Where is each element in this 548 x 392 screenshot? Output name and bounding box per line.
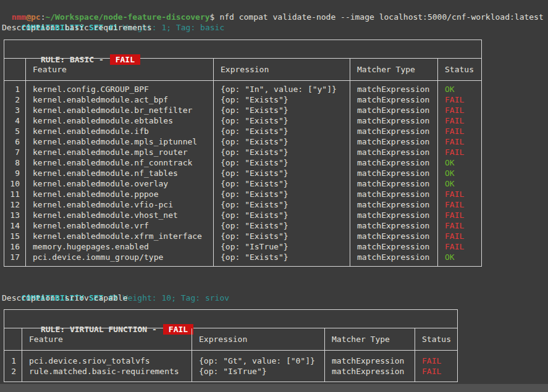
row-feature: kernel.enabledmodule.ebtables <box>25 115 213 126</box>
column-divider <box>415 328 415 350</box>
row-expression: {op: "Exists"} <box>213 147 350 157</box>
row-index: 13 <box>4 210 25 220</box>
row-status: FAIL <box>415 366 457 377</box>
rule-header-basic: RULE: BASIC -FAIL <box>4 40 481 59</box>
row-index: 14 <box>4 220 25 231</box>
rule-header-virtual-function: RULE: VIRTUAL FUNCTION -FAIL <box>4 310 457 328</box>
row-status: FAIL <box>437 136 481 147</box>
set-1-description: Description: basic requirements <box>0 22 548 33</box>
row-status: OK <box>437 157 481 168</box>
column-divider <box>22 328 22 350</box>
row-index: 5 <box>4 126 25 136</box>
row-expression: {op: "Exists"} <box>213 157 350 168</box>
row-expression: {op: "Exists"} <box>213 220 350 231</box>
row-index: 1 <box>4 84 25 94</box>
row-expression: {op: "Gt", value: ["0"]} <box>192 356 324 366</box>
row-status: FAIL <box>437 105 481 115</box>
row-matcher-type: matchExpression <box>350 220 437 231</box>
row-status: OK <box>437 178 481 189</box>
table-row: 5 kernel.enabledmodule.ifb {op: "Exists"… <box>4 126 481 136</box>
column-divider <box>350 59 350 80</box>
table-row: 3 kernel.enabledmodule.br_netfilter {op:… <box>4 105 481 115</box>
row-expression: {op: "In", value: ["y"]} <box>213 84 350 94</box>
table-row: 8 kernel.enabledmodule.nf_conntrack {op:… <box>4 157 481 168</box>
prompt-line: nmm@pc:~/Workspace/node-feature-discover… <box>0 1 548 12</box>
compat-set-2: COMPATIBILITY SET #2Weight: 10; Tag: sri… <box>0 282 548 382</box>
row-status: OK <box>437 84 481 94</box>
row-status: OK <box>437 252 481 262</box>
table-row: 11 kernel.enabledmodule.pppoe {op: "Exis… <box>4 189 481 199</box>
row-status: FAIL <box>437 220 481 231</box>
prompt-user: nmm <box>12 12 26 22</box>
row-matcher-type: matchExpression <box>324 366 415 377</box>
row-expression: {op: "Exists"} <box>213 252 350 262</box>
row-index: 2 <box>4 366 22 377</box>
row-feature: pci.device.sriov_totalvfs <box>22 356 192 366</box>
set-2-description: Description: sriov capable <box>0 293 548 303</box>
row-index: 6 <box>4 136 25 147</box>
row-feature: kernel.enabledmodule.act_bpf <box>25 94 213 105</box>
row-index: 12 <box>4 199 25 210</box>
row-feature: kernel.enabledmodule.mpls_iptunnel <box>25 136 213 147</box>
row-expression: {op: "Exists"} <box>213 168 350 178</box>
set-2-meta: Weight: 10; Tag: sriov <box>123 293 229 302</box>
table-row: 17 pci.device.iommu_group/type {op: "Exi… <box>4 252 481 262</box>
column-divider <box>192 351 192 382</box>
row-status: FAIL <box>415 356 457 366</box>
row-status: FAIL <box>437 231 481 241</box>
row-feature: pci.device.iommu_group/type <box>25 252 213 262</box>
column-divider <box>22 351 22 382</box>
row-status: FAIL <box>437 199 481 210</box>
row-expression: {op: "Exists"} <box>213 126 350 136</box>
row-matcher-type: matchExpression <box>324 356 415 366</box>
row-matcher-type: matchExpression <box>350 126 437 136</box>
table-row: 1 kernel.config.CGROUP_BPF {op: "In", va… <box>4 84 481 94</box>
column-header-row: Feature Expression Matcher Type Status <box>4 328 457 351</box>
column-header-feature: Feature <box>22 334 192 344</box>
column-header-index <box>4 64 25 75</box>
rule-table-virtual-function: RULE: VIRTUAL FUNCTION -FAIL Feature Exp… <box>4 309 458 382</box>
row-index: 8 <box>4 157 25 168</box>
row-expression: {op: "Exists"} <box>213 105 350 115</box>
column-header-status: Status <box>437 64 481 75</box>
row-feature: kernel.enabledmodule.vrf <box>25 220 213 231</box>
row-matcher-type: matchExpression <box>350 199 437 210</box>
row-matcher-type: matchExpression <box>350 84 437 94</box>
row-expression: {op: "Exists"} <box>213 231 350 241</box>
row-feature: memory.hugepages.enabled <box>25 241 213 252</box>
row-expression: {op: "Exists"} <box>213 178 350 189</box>
row-status: FAIL <box>437 210 481 220</box>
column-divider <box>192 328 192 350</box>
table-row: 6 kernel.enabledmodule.mpls_iptunnel {op… <box>4 136 481 147</box>
row-feature: kernel.enabledmodule.nf_conntrack <box>25 157 213 168</box>
row-feature: kernel.enabledmodule.vfio-pci <box>25 199 213 210</box>
table-row: 4 kernel.enabledmodule.ebtables {op: "Ex… <box>4 115 481 126</box>
row-matcher-type: matchExpression <box>350 189 437 199</box>
table-body: 1 pci.device.sriov_totalvfs {op: "Gt", v… <box>4 351 457 382</box>
row-expression: {op: "IsTrue"} <box>192 366 324 377</box>
column-divider <box>437 59 438 80</box>
table-row: 15 kernel.enabledmodule.xfrm_interface {… <box>4 231 481 241</box>
row-matcher-type: matchExpression <box>350 210 437 220</box>
table-row: 12 kernel.enabledmodule.vfio-pci {op: "E… <box>4 199 481 210</box>
column-header-status: Status <box>415 334 457 344</box>
column-header-matcher-type: Matcher Type <box>324 334 415 344</box>
row-matcher-type: matchExpression <box>350 136 437 147</box>
column-divider <box>324 328 325 350</box>
row-feature: kernel.config.CGROUP_BPF <box>25 84 213 94</box>
row-feature: kernel.enabledmodule.overlay <box>25 178 213 189</box>
column-header-row: Feature Expression Matcher Type Status <box>4 59 481 81</box>
row-status: FAIL <box>437 189 481 199</box>
row-expression: {op: "Exists"} <box>213 136 350 147</box>
column-divider <box>213 59 214 80</box>
row-expression: {op: "Exists"} <box>213 210 350 220</box>
row-index: 10 <box>4 178 25 189</box>
table-row: 2 rule.matched.basic-requirements {op: "… <box>4 366 457 377</box>
prompt-dollar: $ <box>210 12 215 22</box>
table-row: 9 kernel.enabledmodule.nf_tables {op: "E… <box>4 168 481 178</box>
table-row: 16 memory.hugepages.enabled {op: "IsTrue… <box>4 241 481 252</box>
row-expression: {op: "Exists"} <box>213 94 350 105</box>
row-matcher-type: matchExpression <box>350 241 437 252</box>
row-index: 4 <box>4 115 25 126</box>
row-matcher-type: matchExpression <box>350 115 437 126</box>
